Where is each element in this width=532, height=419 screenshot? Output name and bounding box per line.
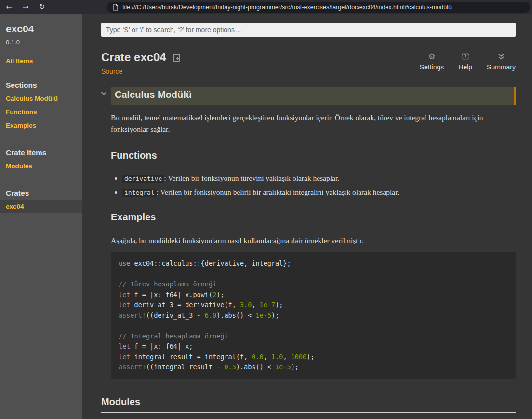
forward-icon[interactable]: →: [18, 0, 33, 14]
crate-title: exc04: [6, 23, 82, 35]
inline-code: derivative: [122, 175, 164, 183]
code-line: [119, 269, 508, 280]
sidebar-heading-crates: Crates: [6, 189, 82, 198]
settings-label: Settings: [420, 63, 444, 71]
help-icon: ?: [462, 52, 469, 61]
sidebar-heading-sections: Sections: [6, 81, 82, 90]
code-line: let deriv_at_3 = derivative(f, 3.0, 1e-7…: [119, 300, 508, 311]
settings-button[interactable]: ⚙ Settings: [420, 52, 444, 71]
sidebar-item-examples[interactable]: Examples: [0, 119, 82, 132]
summary-button[interactable]: Summary: [487, 52, 516, 71]
main-panel: Crate exc04 Source ⚙ Settings: [82, 14, 532, 419]
sidebar-item-modules[interactable]: Modules: [0, 159, 82, 173]
code-line: // Integral hesaplama örneği: [119, 331, 508, 342]
url-text: file:///C:/Users/burak/Development/frida…: [122, 4, 452, 11]
functions-list: derivative: Verilen bir fonksiyonun türe…: [111, 174, 516, 197]
code-line: let integral_result = integral(f, 0.0, 1…: [119, 352, 508, 363]
example-code-block: use exc04::calculus::{derivative, integr…: [111, 252, 516, 379]
section-title: Calculus Modülü: [115, 89, 510, 100]
intro-paragraph: Bu modül, temel matematiksel işlemleri g…: [111, 112, 516, 135]
functions-heading: Functions: [111, 150, 516, 166]
modules-heading: Modules: [101, 396, 516, 413]
sidebar-item-calculus-mod-l[interactable]: Calculus Modülü: [0, 92, 82, 105]
gear-icon: ⚙: [428, 52, 435, 61]
function-list-item: integral: Verilen bir fonksiyonun belirl…: [122, 188, 516, 197]
summary-chevrons-icon: [497, 52, 505, 61]
code-line: let f = |x: f64| x;: [119, 341, 508, 352]
back-icon[interactable]: ←: [2, 0, 16, 14]
code-line: // Türev hesaplama örneği: [119, 279, 508, 290]
sidebar-heading-crate-items: Crate Items: [6, 149, 82, 157]
page-title: Crate exc04: [101, 51, 166, 64]
reload-icon[interactable]: ↻: [35, 0, 49, 14]
crate-version: 0.1.0: [6, 39, 82, 46]
sidebar-item-functions[interactable]: Functions: [0, 105, 82, 119]
code-line: assert!((integral_result - 0.5).abs() < …: [119, 362, 508, 373]
sidebar: exc04 0.1.0 All Items SectionsCalculus M…: [0, 14, 82, 419]
code-line: let f = |x: f64| x.powi(2);: [119, 290, 508, 300]
sidebar-groups: SectionsCalculus ModülüFunctionsExamples…: [0, 81, 82, 213]
browser-toolbar: ← → ↻ file:///C:/Users/burak/Development…: [0, 0, 532, 14]
examples-heading: Examples: [111, 212, 516, 228]
help-button[interactable]: ? Help: [458, 52, 472, 71]
code-line: [119, 321, 508, 331]
code-line: assert!((deriv_at_3 - 6.0).abs() < 1e-5)…: [119, 311, 508, 321]
inline-code: integral: [122, 189, 157, 197]
sidebar-item-exc04[interactable]: exc04: [0, 200, 82, 213]
examples-paragraph: Aşağıda, bu modüldeki fonksiyonların nas…: [111, 235, 516, 246]
sidebar-item-all-items[interactable]: All Items: [6, 57, 82, 65]
function-list-item: derivative: Verilen bir fonksiyonun türe…: [122, 174, 516, 183]
source-link[interactable]: Source: [101, 68, 122, 75]
search-input[interactable]: [101, 23, 516, 37]
section-calculus-modulu: Calculus Modülü: [111, 87, 516, 105]
summary-label: Summary: [487, 63, 516, 71]
help-label: Help: [458, 63, 472, 71]
url-bar[interactable]: file:///C:/Users/burak/Development/frida…: [107, 2, 530, 13]
page-file-icon: [113, 4, 119, 11]
code-line: use exc04::calculus::{derivative, integr…: [119, 258, 508, 269]
copy-path-icon[interactable]: [173, 53, 181, 62]
collapse-toggle-icon[interactable]: [101, 91, 107, 95]
